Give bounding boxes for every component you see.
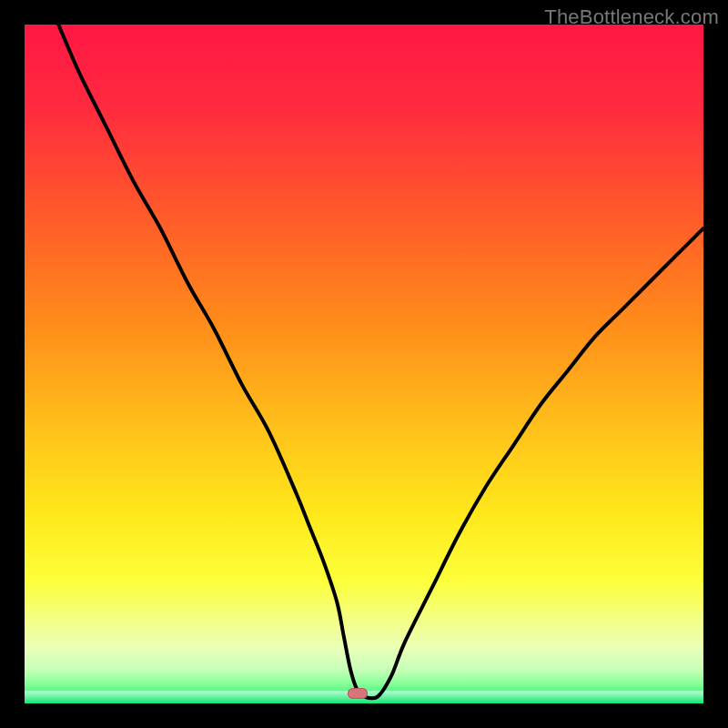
watermark-label: TheBottleneck.com	[544, 5, 719, 29]
curve-layer	[25, 25, 703, 703]
chart-frame: TheBottleneck.com	[0, 0, 728, 728]
plot-area	[25, 25, 703, 703]
bottleneck-curve	[58, 25, 703, 699]
current-config-marker	[348, 688, 368, 699]
